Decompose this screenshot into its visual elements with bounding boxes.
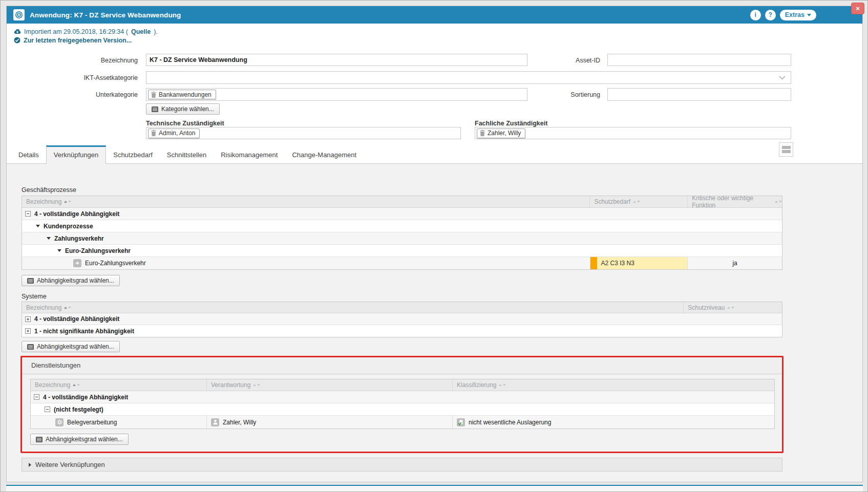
sortierung-input[interactable]	[607, 88, 791, 101]
tab-change-management[interactable]: Change-Management	[285, 146, 364, 163]
unterkategorie-field[interactable]: Bankanwendungen	[146, 88, 527, 101]
version-link[interactable]: Zur letzten freigegebenen Version...	[24, 37, 132, 44]
systeme-table: Bezeichnung Schutzniveau 4 - vollständig…	[22, 302, 782, 337]
tab-schutzbedarf[interactable]: Schutzbedarf	[106, 146, 160, 163]
group-label: 4 - vollständige Abhängigkeit	[34, 315, 119, 323]
group-row-nicht-festgelegt[interactable]: (nicht festgelegt)	[31, 403, 774, 416]
systeme-title: Systeme	[22, 293, 47, 300]
group-label: (nicht festgelegt)	[54, 406, 103, 413]
caret-down-icon	[807, 14, 811, 16]
rows-icon	[782, 150, 791, 153]
column-header-bezeichnung[interactable]: Bezeichnung	[22, 196, 589, 207]
weitere-verknuepfungen-expander[interactable]: Weitere Verknüpfungen	[22, 458, 782, 472]
window-titlebar: Anwendung: K7 - DZ Service Webanwendung …	[7, 6, 862, 24]
ikt-assetkategorie-select[interactable]	[146, 71, 791, 84]
tab-risikomanagement[interactable]: Risikomanagement	[214, 146, 285, 163]
column-label: Schutzniveau	[688, 304, 725, 311]
dienstleistungen-body: Bezeichnung Verantwortung Klassifizierun…	[22, 374, 782, 445]
column-label: Schutzbedarf	[594, 198, 630, 205]
chevron-down-icon	[779, 76, 786, 80]
help-icon: ?	[769, 11, 772, 18]
minus-box-icon[interactable]	[34, 394, 39, 400]
source-link[interactable]: Quelle	[131, 28, 151, 35]
column-header-klassifizierung[interactable]: Klassifizierung	[452, 379, 774, 391]
person-icon	[211, 418, 219, 426]
kategorie-waehlen-label: Kategorie wählen...	[161, 105, 214, 113]
extras-button[interactable]: Extras	[780, 10, 816, 20]
weitere-verknuepfungen-label: Weitere Verknüpfungen	[35, 461, 105, 468]
unterkategorie-chip[interactable]: Bankanwendungen	[148, 90, 216, 99]
list-icon	[152, 106, 158, 112]
column-header-bezeichnung[interactable]: Bezeichnung	[22, 302, 683, 313]
plus-box-icon[interactable]	[25, 316, 31, 322]
help-button[interactable]: ?	[765, 10, 776, 20]
trash-icon[interactable]	[480, 130, 485, 136]
sort-arrows-icon	[727, 307, 734, 309]
import-text-prefix: Importiert am 29.05.2018, 16:29:34 (	[24, 28, 128, 35]
sort-arrows-icon	[64, 307, 71, 309]
triangle-down-icon[interactable]	[36, 225, 40, 227]
column-label: Verantwortung	[211, 381, 250, 389]
column-header-schutzbedarf[interactable]: Schutzbedarf	[589, 196, 687, 207]
tab-bar: Details Verknüpfungen Schutzbedarf Schni…	[7, 144, 862, 164]
triangle-down-icon[interactable]	[47, 237, 51, 240]
column-header-kritische-funktion[interactable]: Kritische oder wichtige Funktion	[687, 196, 782, 207]
table-header-row: Bezeichnung Verantwortung Klassifizierun…	[31, 379, 774, 391]
tree-row-euro-zahlungsverkehr[interactable]: Euro-Zahlungsverkehr	[22, 245, 782, 257]
fachlich-chip[interactable]: Zahler, Willy	[477, 129, 525, 138]
group-row-abhaengigkeit-4[interactable]: 4 - vollständige Abhängigkeit	[22, 313, 782, 325]
tab-verknuepfungen[interactable]: Verknüpfungen	[46, 145, 106, 164]
dienstleistungen-table: Bezeichnung Verantwortung Klassifizierun…	[30, 379, 775, 429]
dienstleistungen-abhaengigkeitsgrad-button[interactable]: Abhängigkeitsgrad wählen...	[30, 434, 129, 445]
technisch-chip[interactable]: Admin, Anton	[148, 129, 200, 138]
sort-arrows-icon	[253, 384, 260, 386]
column-label: Bezeichnung	[35, 381, 70, 389]
column-header-schutzniveau[interactable]: Schutzniveau	[683, 302, 782, 313]
minus-box-icon[interactable]	[25, 211, 31, 217]
leaf-row-euro-zahlungsverkehr[interactable]: Euro-Zahlungsverkehr A2 C3 I3 N3 ja	[22, 257, 782, 269]
sort-arrows-icon	[73, 384, 80, 386]
close-button[interactable]: ×	[851, 3, 864, 14]
bezeichnung-input[interactable]	[146, 54, 527, 66]
bezeichnung-label: Bezeichnung	[51, 57, 138, 64]
sort-arrows-icon	[775, 201, 782, 203]
fachlich-chip-label: Zahler, Willy	[488, 130, 521, 137]
trash-icon[interactable]	[151, 92, 156, 98]
column-header-bezeichnung[interactable]: Bezeichnung	[31, 379, 206, 391]
group-row-abhaengigkeit-4[interactable]: 4 - vollständige Abhängigkeit	[22, 208, 782, 220]
column-header-verantwortung[interactable]: Verantwortung	[206, 379, 452, 391]
info-button[interactable]: i	[750, 10, 761, 20]
button-label: Abhängigkeitsgrad wählen...	[46, 436, 123, 443]
minus-box-icon[interactable]	[45, 407, 50, 412]
trash-icon[interactable]	[151, 130, 156, 136]
plus-box-icon[interactable]	[25, 328, 31, 334]
group-label: 4 - vollständige Abhängigkeit	[43, 394, 128, 401]
asset-id-input[interactable]	[607, 54, 791, 66]
column-label: Kritische oder wichtige Funktion	[692, 195, 772, 209]
unterkategorie-label: Unterkategorie	[51, 91, 138, 98]
fachliche-zustaendigkeit-field[interactable]: Zahler, Willy	[475, 127, 791, 139]
status-area: Importiert am 29.05.2018, 16:29:34 (Quel…	[14, 27, 158, 45]
button-label: Abhängigkeitsgrad wählen...	[37, 277, 114, 284]
column-label: Bezeichnung	[26, 304, 61, 311]
tab-details[interactable]: Details	[11, 146, 46, 163]
titlebar-actions: i ? Extras	[750, 10, 816, 20]
group-row-abhaengigkeit-4[interactable]: 4 - vollständige Abhängigkeit	[31, 391, 774, 403]
tree-row-kundenprozesse[interactable]: Kundenprozesse	[22, 220, 782, 232]
geschaeftsprozesse-abhaengigkeitsgrad-button[interactable]: Abhängigkeitsgrad wählen...	[22, 275, 120, 286]
tab-schutzbedarf-label: Schutzbedarf	[113, 151, 153, 159]
triangle-down-icon[interactable]	[57, 249, 61, 252]
ikt-assetkategorie-label: IKT-Assetkategorie	[51, 74, 138, 81]
dienstleistungen-title: Dienstleistungen	[31, 361, 80, 369]
check-circle-icon	[14, 37, 20, 44]
layout-toggle-button[interactable]	[779, 142, 793, 157]
leaf-row-belegverarbeitung[interactable]: Belegverarbeitung Zahler, Willy nicht we…	[31, 416, 774, 429]
systeme-abhaengigkeitsgrad-button[interactable]: Abhängigkeitsgrad wählen...	[22, 341, 120, 352]
group-row-abhaengigkeit-1[interactable]: 1 - nicht signifikante Abhängigkeit	[22, 325, 782, 337]
verknuepfungen-panel: Geschäftsprozesse Bezeichnung Schutzbeda…	[7, 164, 862, 482]
technische-zustaendigkeit-field[interactable]: Admin, Anton	[146, 127, 461, 139]
tree-row-zahlungsverkehr[interactable]: Zahlungsverkehr	[22, 232, 782, 245]
kategorie-waehlen-button[interactable]: Kategorie wählen...	[146, 103, 220, 115]
cloud-download-icon	[14, 29, 21, 35]
tab-schnittstellen[interactable]: Schnittstellen	[160, 146, 214, 163]
